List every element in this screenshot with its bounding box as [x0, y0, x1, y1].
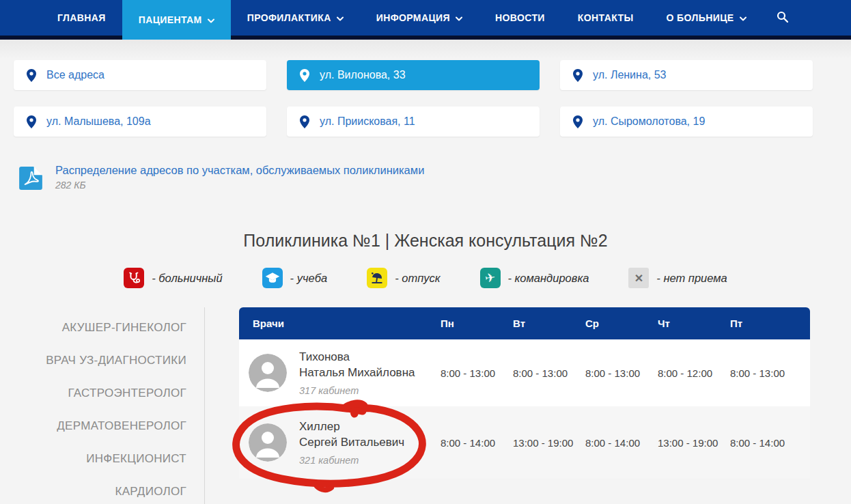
doctor-cabinet: 321 кабинет [299, 455, 404, 466]
header-day: Вт [513, 318, 585, 329]
legend-label: - нет приема [656, 272, 727, 285]
graduation-cap-icon [262, 268, 283, 288]
legend-item-no-reception: ✕- нет приема [628, 268, 727, 288]
chevron-down-icon [740, 15, 747, 21]
legend-label: - больничный [152, 272, 222, 285]
location-pin-icon [573, 69, 583, 82]
header-day: Чт [658, 318, 730, 329]
legend-label: - учеба [290, 272, 328, 285]
doctor-name-line1: Тихонова [299, 350, 415, 365]
schedule-time: 8:00 - 12:00 [658, 367, 730, 379]
nav-item-patients[interactable]: ПАЦИЕНТАМ [122, 0, 231, 40]
sidebar-specialty-item[interactable]: АКУШЕР-ГИНЕКОЛОГ [0, 311, 204, 344]
nav-item-label: ПРОФИЛАКТИКА [247, 12, 331, 23]
schedule-table: ВрачиПнВтСрЧтПт ТихоноваНаталья Михайлов… [239, 307, 810, 504]
nav-item-label: ИНФОРМАЦИЯ [376, 12, 450, 23]
doctor-cell[interactable]: ТихоноваНаталья Михайловна317 кабинет [239, 350, 441, 396]
schedule-time: 8:00 - 13:00 [513, 367, 585, 379]
page-content: Все адресаул. Вилонова, 33ул. Ленина, 53… [0, 40, 851, 504]
address-label: ул. Вилонова, 33 [320, 69, 406, 81]
legend-item-sick-leave: - больничный [124, 268, 222, 288]
address-filter-malysheva-109a[interactable]: ул. Малышева, 109а [14, 107, 266, 137]
schedule-header-row: ВрачиПнВтСрЧтПт [239, 307, 810, 339]
pdf-file-icon [18, 165, 44, 194]
doctor-cell[interactable]: ХиллерСергей Витальевич321 кабинет [239, 419, 441, 466]
doctor-cabinet: 317 кабинет [299, 385, 415, 396]
search-button[interactable] [763, 0, 802, 36]
schedule-time: 13:00 - 19:00 [513, 437, 585, 449]
nav-item-label: ГЛАВНАЯ [57, 12, 106, 23]
sidebar-specialty-item[interactable]: КАРДИОЛОГ [0, 475, 204, 504]
nav-item-news[interactable]: НОВОСТИ [479, 0, 561, 36]
main-area: АКУШЕР-ГИНЕКОЛОГВРАЧ УЗ-ДИАГНОСТИКИГАСТР… [0, 307, 851, 504]
beach-umbrella-icon [367, 268, 387, 288]
address-filter-group: Все адресаул. Вилонова, 33ул. Ленина, 53… [0, 40, 851, 137]
doctor-avatar-icon [249, 354, 287, 392]
schedule-time: 8:00 - 13:00 [441, 367, 513, 379]
address-label: ул. Ленина, 53 [593, 69, 666, 81]
nav-item-label: НОВОСТИ [495, 12, 545, 23]
nav-item-about-hospital[interactable]: О БОЛЬНИЦЕ [650, 0, 763, 36]
legend-item-business-trip: ✈- командировка [480, 268, 589, 288]
doctor-name-line2: Наталья Михайловна [299, 365, 415, 380]
stethoscope-icon [124, 268, 144, 288]
location-pin-icon [27, 69, 36, 82]
legend-item-vacation: - отпуск [367, 268, 440, 288]
location-pin-icon [573, 115, 583, 128]
header-day: Пн [441, 318, 513, 329]
address-filter-syromolotova-19[interactable]: ул. Сыромолотова, 19 [560, 107, 813, 137]
schedule-time: 13:00 - 19:00 [658, 437, 730, 449]
nav-item-home[interactable]: ГЛАВНАЯ [41, 0, 122, 36]
page-title: Поликлиника №1 | Женская консультация №2 [0, 231, 851, 251]
top-navigation: ГЛАВНАЯПАЦИЕНТАМПРОФИЛАКТИКАИНФОРМАЦИЯНО… [0, 0, 851, 40]
schedule-time: 8:00 - 14:00 [441, 437, 513, 449]
legend-label: - отпуск [395, 272, 440, 285]
sidebar-specialty-item[interactable]: ВРАЧ УЗ-ДИАГНОСТИКИ [0, 344, 204, 377]
location-pin-icon [300, 69, 309, 82]
address-label: ул. Малышева, 109а [46, 115, 151, 128]
address-filter-vilonova-33[interactable]: ул. Вилонова, 33 [287, 60, 540, 90]
chevron-down-icon [456, 15, 462, 21]
sidebar-specialty-item[interactable]: ИНФЕКЦИОНИСТ [0, 443, 204, 475]
nav-item-information[interactable]: ИНФОРМАЦИЯ [360, 0, 479, 36]
chevron-down-icon [208, 17, 214, 23]
address-label: Все адреса [46, 69, 104, 81]
chevron-down-icon [337, 15, 344, 21]
pdf-attachment: Распределение адресов по участкам, обслу… [0, 137, 851, 194]
nav-item-prevention[interactable]: ПРОФИЛАКТИКА [231, 0, 360, 36]
cross-icon: ✕ [628, 268, 649, 288]
location-pin-icon [27, 115, 36, 128]
schedule-time: 8:00 - 13:00 [730, 367, 803, 379]
airplane-icon: ✈ [480, 268, 501, 288]
nav-item-label: ПАЦИЕНТАМ [139, 14, 202, 25]
search-icon [777, 11, 788, 25]
legend-item-study: - учеба [262, 268, 328, 288]
sidebar-specialty-item[interactable]: ГАСТРОЭНТЕРОЛОГ [0, 377, 204, 410]
address-filter-priiskovaya-11[interactable]: ул. Приисковая, 11 [287, 107, 540, 137]
address-filter-lenina-53[interactable]: ул. Ленина, 53 [560, 60, 813, 90]
doctor-row[interactable]: ХиллерСергей Витальевич321 кабинет8:00 -… [239, 406, 810, 479]
address-filter-all[interactable]: Все адреса [14, 60, 266, 90]
schedule-time: 8:00 - 14:00 [585, 437, 658, 449]
schedule-time: 8:00 - 13:00 [585, 367, 658, 379]
address-label: ул. Сыромолотова, 19 [593, 115, 705, 128]
address-label: ул. Приисковая, 11 [320, 115, 415, 128]
pdf-file-size: 282 КБ [55, 180, 424, 191]
schedule-legend: - больничный- учеба- отпуск✈- командиров… [0, 268, 851, 288]
specialties-sidebar: АКУШЕР-ГИНЕКОЛОГВРАЧ УЗ-ДИАГНОСТИКИГАСТР… [0, 307, 205, 504]
doctor-row[interactable]: ТихоноваНаталья Михайловна317 кабинет8:0… [239, 339, 810, 406]
pdf-link[interactable]: Распределение адресов по участкам, обслу… [55, 164, 424, 177]
doctor-name-line1: Хиллер [299, 419, 404, 434]
schedule-time: 8:00 - 14:00 [730, 437, 803, 449]
schedule-body: ТихоноваНаталья Михайловна317 кабинет8:0… [239, 339, 810, 479]
sidebar-specialty-item[interactable]: ДЕРМАТОВЕНЕРОЛОГ [0, 410, 204, 443]
legend-label: - командировка [508, 272, 589, 285]
header-doctors: Врачи [239, 318, 441, 329]
header-day: Ср [585, 318, 658, 329]
location-pin-icon [300, 115, 309, 128]
doctor-avatar-icon [249, 423, 287, 462]
nav-item-contacts[interactable]: КОНТАКТЫ [561, 0, 650, 36]
doctor-name-line2: Сергей Витальевич [299, 435, 404, 450]
doctor-info: ТихоноваНаталья Михайловна317 кабинет [299, 350, 415, 396]
nav-item-label: КОНТАКТЫ [578, 12, 634, 23]
